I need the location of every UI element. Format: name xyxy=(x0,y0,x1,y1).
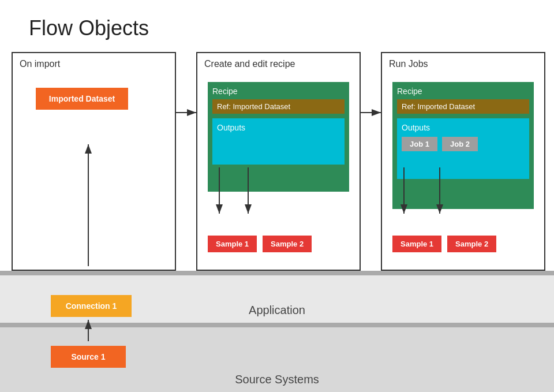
samples-row: Sample 1 Sample 2 xyxy=(208,236,312,252)
ref-rj-box: Ref: Imported Dataset xyxy=(397,99,529,114)
samples-rj-row: Sample 1 Sample 2 xyxy=(392,236,496,252)
panel-runjobs: Run Jobs Recipe Ref: Imported Dataset Ou… xyxy=(381,52,545,271)
recipe-green-box: Recipe Ref: Imported Dataset Outputs xyxy=(208,82,349,192)
recipe-green-rj-box: Recipe Ref: Imported Dataset Outputs Job… xyxy=(392,82,534,209)
layer-app-label: Application xyxy=(249,304,305,317)
sample2-box: Sample 2 xyxy=(263,236,312,252)
sample1-box: Sample 1 xyxy=(208,236,257,252)
panel-recipe-label: Create and edit recipe xyxy=(204,59,295,69)
panel-runjobs-label: Run Jobs xyxy=(389,59,428,69)
outputs-rj-label: Outputs xyxy=(402,123,430,132)
job1-box: Job 1 xyxy=(402,137,437,151)
jobs-row: Job 1 Job 2 xyxy=(402,137,525,151)
imported-dataset-box: Imported Dataset xyxy=(36,88,128,110)
panel-import-label: On import xyxy=(20,59,60,69)
layer-source-label: Source Systems xyxy=(235,373,319,386)
recipe-rj-label: Recipe xyxy=(397,87,529,96)
outputs-box: Outputs xyxy=(212,118,345,165)
page-title: Flow Objects xyxy=(29,16,149,40)
panel-import: On import Imported Dataset xyxy=(12,52,176,271)
sample1-rj-box: Sample 1 xyxy=(392,236,441,252)
source-box: Source 1 xyxy=(51,346,126,368)
panel-recipe: Create and edit recipe Recipe Ref: Impor… xyxy=(196,52,361,271)
recipe-label: Recipe xyxy=(212,87,345,96)
job2-box: Job 2 xyxy=(442,137,478,151)
sample2-rj-box: Sample 2 xyxy=(447,236,496,252)
outputs-rj-box: Outputs Job 1 Job 2 xyxy=(397,118,529,179)
connection-box: Connection 1 xyxy=(51,295,132,317)
ref-box: Ref: Imported Dataset xyxy=(212,99,345,114)
diagram-area: On import Imported Dataset Create and ed… xyxy=(12,52,542,271)
